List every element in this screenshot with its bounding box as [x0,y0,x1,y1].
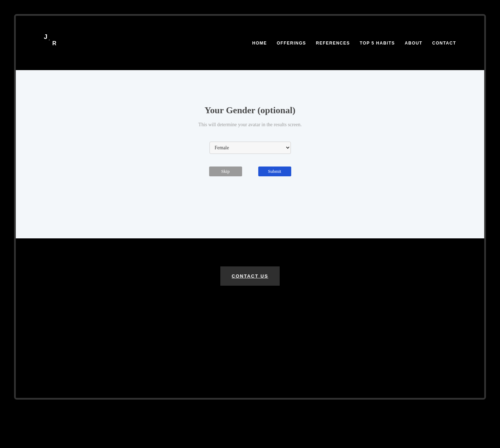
gender-select[interactable]: Female [209,142,291,154]
submit-button[interactable]: Submit [258,167,291,176]
form-title: Your Gender (optional) [30,105,470,116]
footer: CONTACT US [16,238,484,398]
nav-home[interactable]: HOME [252,41,267,46]
nav-top5habits[interactable]: TOP 5 HABITS [360,41,395,46]
logo-separator: · [49,38,50,42]
button-row: Skip Submit [30,167,470,176]
form-section: Your Gender (optional) This will determi… [16,70,484,238]
main-nav: HOME OFFERINGS REFERENCES TOP 5 HABITS A… [252,41,456,46]
page-container: J · R HOME OFFERINGS REFERENCES TOP 5 HA… [14,14,486,400]
logo[interactable]: J · R [44,36,58,50]
nav-about[interactable]: ABOUT [405,41,422,46]
logo-text-2: R [52,40,56,47]
contact-us-button[interactable]: CONTACT US [220,266,279,286]
nav-contact[interactable]: CONTACT [432,41,456,46]
nav-offerings[interactable]: OFFERINGS [277,41,306,46]
select-wrapper: Female [30,142,470,154]
header: J · R HOME OFFERINGS REFERENCES TOP 5 HA… [16,16,484,70]
logo-text-1: J [44,33,47,41]
skip-button[interactable]: Skip [209,167,242,176]
form-subtitle: This will determine your avatar in the r… [30,122,470,128]
nav-references[interactable]: REFERENCES [316,41,350,46]
